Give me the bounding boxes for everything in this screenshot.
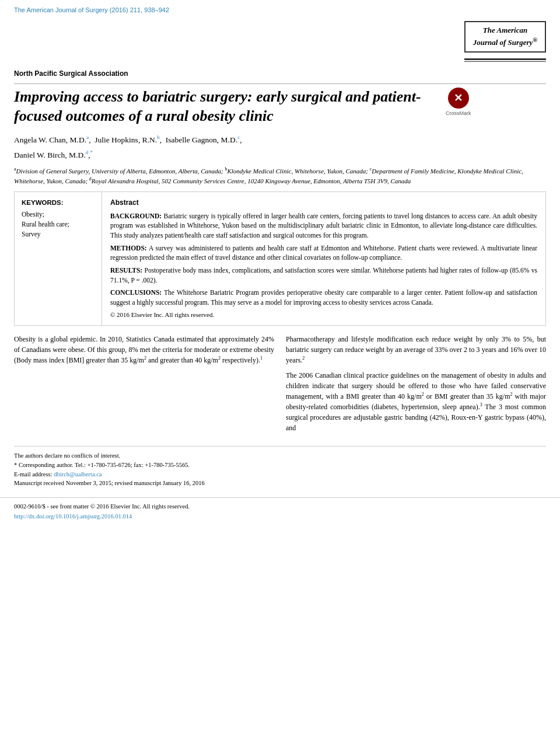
journal-logo-title: The American Journal of Surgery® <box>471 26 539 48</box>
abstract-section: KEYWORDS: Obesity; Rural health care; Su… <box>14 191 546 326</box>
logo-thick-line <box>464 58 546 60</box>
methods-label: METHODS: <box>110 245 147 252</box>
crossmark-icon: ✕ <box>448 88 469 109</box>
crossmark-logo: ✕ CrossMark <box>446 88 471 117</box>
article-title: Improving access to bariatric surgery: e… <box>14 88 434 126</box>
top-bar: The American Journal of Surgery (2016) 2… <box>0 0 560 18</box>
issn-line: 0002-9610/$ - see front matter © 2016 El… <box>14 503 546 511</box>
abstract-methods: METHODS: A survey was administered to pa… <box>110 243 537 263</box>
journal-reference: The American Journal of Surgery (2016) 2… <box>14 6 169 13</box>
title-row: Improving access to bariatric surgery: e… <box>14 88 546 134</box>
affiliations: aDivision of General Surgery, University… <box>14 166 546 186</box>
abstract-heading: Abstract <box>110 198 537 208</box>
keyword-obesity: Obesity; <box>22 210 94 219</box>
results-label: RESULTS: <box>110 267 142 274</box>
logo-decorative-lines <box>464 58 546 62</box>
doi-link[interactable]: http://dx.doi.org/10.1016/j.amjsurg.2016… <box>14 513 546 521</box>
footer-notes: The authors declare no conflicts of inte… <box>14 446 546 488</box>
body-left-column: Obesity is a global epidemic. In 2010, S… <box>14 334 274 438</box>
title-top-divider <box>14 83 546 84</box>
abstract-background: BACKGROUND: Bariatric surgery is typical… <box>110 211 537 240</box>
background-label: BACKGROUND: <box>110 212 162 219</box>
body-columns: Obesity is a global epidemic. In 2010, S… <box>14 334 546 438</box>
body-left-para-1: Obesity is a global epidemic. In 2010, S… <box>14 334 274 365</box>
keywords-column: KEYWORDS: Obesity; Rural health care; Su… <box>15 192 102 325</box>
bottom-bar: 0002-9610/$ - see front matter © 2016 El… <box>0 497 560 525</box>
crossmark-label: CrossMark <box>446 110 471 117</box>
abstract-column: Abstract BACKGROUND: Bariatric surgery i… <box>102 192 545 325</box>
manuscript-dates: Manuscript received November 3, 2015; re… <box>14 479 546 488</box>
main-content: North Pacific Surgical Association Impro… <box>0 69 560 488</box>
abstract-results: RESULTS: Postoperative body mass index, … <box>110 266 537 285</box>
body-right-column: Pharmacotherapy and lifestyle modificati… <box>286 334 546 438</box>
header-area: The American Journal of Surgery® <box>0 18 560 62</box>
journal-logo: The American Journal of Surgery® <box>464 21 546 53</box>
body-right-para-1: Pharmacotherapy and lifestyle modificati… <box>286 334 546 365</box>
abstract-copyright: © 2016 Elsevier Inc. All rights reserved… <box>110 311 537 319</box>
authors-line-2: Daniel W. Birch, M.D.d,* <box>14 149 546 161</box>
email-link[interactable]: dbirch@ualberta.ca <box>54 471 102 477</box>
keyword-rural: Rural health care; <box>22 219 94 229</box>
logo-thin-line <box>464 61 546 62</box>
body-right-para-2: The 2006 Canadian clinical practice guid… <box>286 370 546 433</box>
conflict-statement: The authors declare no conflicts of inte… <box>14 451 546 461</box>
keyword-survey: Survey <box>22 229 94 239</box>
email-line: E-mail address: dbirch@ualberta.ca <box>14 470 546 479</box>
header-right: The American Journal of Surgery® <box>453 21 546 62</box>
abstract-conclusions: CONCLUSIONS: The Whitehorse Bariatric Pr… <box>110 288 537 307</box>
corresponding-author: * Corresponding author. Tel.: +1-780-735… <box>14 461 546 470</box>
authors-line-1: Angela W. Chan, M.D.a, Julie Hopkins, R.… <box>14 134 546 145</box>
keywords-label: KEYWORDS: <box>22 198 94 207</box>
conclusions-label: CONCLUSIONS: <box>110 289 162 296</box>
association-label: North Pacific Surgical Association <box>14 69 546 79</box>
